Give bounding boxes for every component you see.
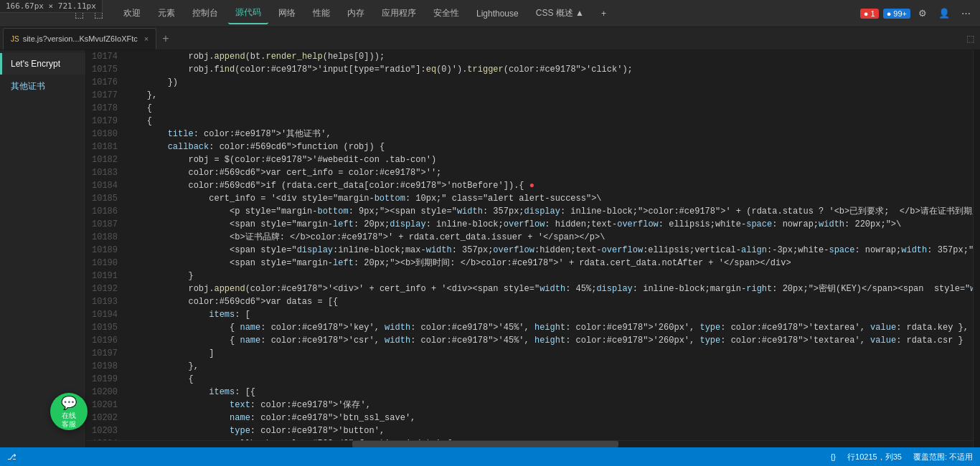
position-indicator: 行10215，列35 <box>847 452 902 462</box>
minimap <box>973 50 980 447</box>
line-number: 10179 <box>86 115 126 128</box>
line-number: 10190 <box>86 257 126 270</box>
nav-css-overview[interactable]: CSS 概述 ▲ <box>529 3 591 24</box>
nav-more[interactable]: + <box>594 4 613 23</box>
settings-icon[interactable]: ⚙ <box>915 6 930 20</box>
line-code: robj.find(color:#ce9178">'input[type="ra… <box>126 63 980 76</box>
line-number: 10201 <box>86 399 126 412</box>
line-number: 10187 <box>86 218 126 231</box>
line-number: 10195 <box>86 321 126 334</box>
line-code: { name: color:#ce9178">'key', width: col… <box>126 321 980 334</box>
line-number: 10202 <box>86 412 126 424</box>
code-scroll[interactable]: 10174 robj.append(bt.render_help(helps[0… <box>86 50 980 447</box>
line-number: 10188 <box>86 231 126 244</box>
line-number: 10196 <box>86 334 126 347</box>
line-code: robj.append(bt.render_help(helps[0])); <box>126 50 980 63</box>
line-code: name: color:#ce9178">'btn_ssl_save', <box>126 412 980 424</box>
line-number: 10182 <box>86 153 126 166</box>
code-area: 10174 robj.append(bt.render_help(helps[0… <box>86 50 980 447</box>
line-code: items: [ <box>126 308 980 321</box>
line-number: 10184 <box>86 179 126 192</box>
nav-lighthouse[interactable]: Lighthouse <box>469 4 526 23</box>
status-bar: ⎇ {} 行10215，列35 覆盖范围: 不适用 <box>0 447 980 466</box>
line-number: 10177 <box>86 89 126 102</box>
top-bar-right: ● 1 ● 99+ ⚙ 👤 ⋯ <box>860 6 974 20</box>
line-number: 10189 <box>86 244 126 257</box>
line-number: 10192 <box>86 282 126 295</box>
tab-label: site.js?version...KsMvufZ6IoXFtc <box>23 34 138 43</box>
line-number: 10181 <box>86 141 126 153</box>
line-number: 10185 <box>86 192 126 205</box>
line-code: color:#569cd6">var datas = [{ <box>126 295 980 308</box>
line-code: cert_info = '<div style="margin-bottom: … <box>126 192 980 205</box>
tab-close-btn[interactable]: × <box>144 34 149 43</box>
line-number: 10183 <box>86 166 126 179</box>
more-icon[interactable]: ⋯ <box>958 6 974 20</box>
tab-lets-encrypt[interactable]: Let's Encrypt <box>0 53 85 75</box>
line-code: <span style="margin-left: 20px;display: … <box>126 218 980 231</box>
chat-button[interactable]: 💬 在线 客服 <box>50 393 88 430</box>
line-number: 10178 <box>86 102 126 115</box>
git-branch-icon: ⎇ <box>7 452 17 462</box>
js-file-icon: JS <box>11 35 19 43</box>
line-number: 10186 <box>86 205 126 218</box>
nav-sources[interactable]: 源代码 <box>228 2 268 24</box>
line-code: }) <box>126 76 980 89</box>
line-number: 10193 <box>86 295 126 308</box>
line-code: color:#569cd6">if (rdata.cert_data[color… <box>126 179 980 192</box>
coverage-indicator: 覆盖范围: 不适用 <box>913 452 973 462</box>
line-number: 10175 <box>86 63 126 76</box>
nav-welcome[interactable]: 欢迎 <box>116 3 148 24</box>
error-badge[interactable]: ● 1 <box>860 9 879 19</box>
line-code: <span style="margin-left: 20px;"><b>到期时间… <box>126 257 980 270</box>
scope-indicator: {} <box>831 452 836 461</box>
line-code: items: [{ <box>126 386 980 399</box>
line-number: 10203 <box>86 424 126 437</box>
nav-performance[interactable]: 性能 <box>306 3 337 24</box>
status-right: {} 行10215，列35 覆盖范围: 不适用 <box>831 452 973 462</box>
line-number: 10176 <box>86 76 126 89</box>
line-code: robj.append(color:#ce9178">'<div>' + cer… <box>126 282 980 295</box>
chat-icon: 💬 <box>61 395 77 411</box>
dimension-indicator: 166.67px × 721.11px <box>0 0 103 13</box>
line-code: } <box>126 270 980 282</box>
user-icon[interactable]: 👤 <box>935 6 953 20</box>
line-code: { <box>126 102 980 115</box>
expand-icon[interactable]: ⬚ <box>961 31 980 47</box>
line-code: type: color:#ce9178">'button', <box>126 424 980 437</box>
line-code: callback: color:#569cd6">function (robj)… <box>126 141 980 153</box>
line-number: 10199 <box>86 373 126 386</box>
add-tab-btn[interactable]: + <box>156 29 174 48</box>
left-panel: Let's Encrypt 其他证书 <box>0 50 86 447</box>
nav-network[interactable]: 网络 <box>271 3 303 24</box>
line-code: <p style="margin-bottom: 9px;"><span sty… <box>126 205 980 218</box>
nav-application[interactable]: 应用程序 <box>374 3 423 24</box>
status-left: ⎇ <box>7 452 17 462</box>
chat-label: 在线 客服 <box>62 412 76 429</box>
line-code: { <box>126 373 980 386</box>
line-code: }, <box>126 89 980 102</box>
line-code: }, <box>126 360 980 373</box>
nav-elements[interactable]: 元素 <box>151 3 182 24</box>
line-number: 10194 <box>86 308 126 321</box>
line-code: <span style="display:inline-block;max-wi… <box>126 244 980 257</box>
nav-memory[interactable]: 内存 <box>340 3 372 24</box>
tab-bar: JS site.js?version...KsMvufZ6IoXFtc × + … <box>0 27 980 50</box>
code-table: 10174 robj.append(bt.render_help(helps[0… <box>86 50 980 447</box>
nav-console[interactable]: 控制台 <box>185 3 225 24</box>
top-bar: ⬚ ⬚ 欢迎 元素 控制台 源代码 网络 性能 内存 应用程序 安全性 Ligh… <box>0 0 980 27</box>
line-code: title: color:#ce9178">'其他证书', <box>126 128 980 141</box>
scroll-thumb[interactable] <box>352 441 618 447</box>
tab-other-cert[interactable]: 其他证书 <box>0 75 85 98</box>
horizontal-scrollbar[interactable] <box>86 440 973 447</box>
source-tab[interactable]: JS site.js?version...KsMvufZ6IoXFtc × <box>3 28 156 49</box>
line-code: <b>证书品牌: </b>color:#ce9178">' + rdata.ce… <box>126 231 980 244</box>
line-number: 10180 <box>86 128 126 141</box>
line-code: ] <box>126 347 980 360</box>
branch-icon-item: ⎇ <box>7 452 17 462</box>
nav-security[interactable]: 安全性 <box>426 3 466 24</box>
line-number: 10174 <box>86 50 126 63</box>
line-code: color:#569cd6">var cert_info = color:#ce… <box>126 166 980 179</box>
warn-badge[interactable]: ● 99+ <box>883 9 910 19</box>
line-code: { name: color:#ce9178">'csr', width: col… <box>126 334 980 347</box>
